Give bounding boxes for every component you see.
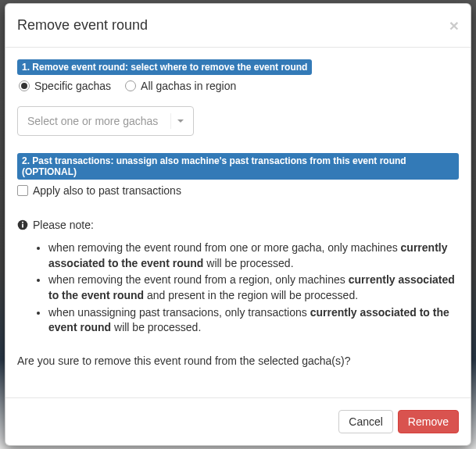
modal-footer: Cancel Remove	[5, 397, 471, 445]
radio-label: All gachas in region	[141, 80, 236, 92]
checkbox-label: Apply also to past transactions	[33, 184, 181, 197]
radio-label: Specific gachas	[34, 80, 111, 92]
remove-target-radiogroup: Specific gachas All gachas in region	[17, 80, 459, 92]
section2-header: 2. Past transactions: unassign also mach…	[17, 153, 459, 180]
apply-past-transactions-checkbox[interactable]: Apply also to past transactions	[17, 184, 459, 197]
radio-all-gachas-region[interactable]: All gachas in region	[125, 80, 236, 92]
note-heading: Please note:	[17, 219, 459, 231]
svg-point-2	[22, 222, 23, 223]
chevron-down-icon	[177, 119, 184, 123]
note-list: when removing the event round from one o…	[17, 241, 459, 336]
radio-icon	[19, 80, 30, 91]
note-item: when unassigning past transacions, only …	[48, 305, 459, 336]
dropdown-placeholder: Select one or more gachas	[27, 115, 158, 127]
checkbox-icon	[17, 185, 28, 196]
remove-button[interactable]: Remove	[398, 410, 459, 433]
modal-body: 1. Remove event round: select where to r…	[5, 48, 471, 397]
close-button[interactable]: ×	[449, 17, 459, 34]
modal-header: Remove event round ×	[5, 4, 471, 48]
modal-title: Remove event round	[17, 16, 148, 35]
remove-event-round-modal: Remove event round × 1. Remove event rou…	[5, 3, 471, 446]
section1-header: 1. Remove event round: select where to r…	[17, 59, 312, 75]
note-item: when removing the event round from a reg…	[48, 273, 459, 303]
gacha-select-dropdown[interactable]: Select one or more gachas	[17, 106, 194, 136]
info-icon	[17, 219, 28, 230]
note-item: when removing the event round from one o…	[48, 241, 459, 271]
note-label: Please note:	[33, 219, 94, 231]
svg-rect-1	[22, 224, 23, 228]
radio-specific-gachas[interactable]: Specific gachas	[19, 80, 111, 92]
radio-icon	[125, 80, 136, 91]
confirm-question: Are you sure to remove this event round …	[17, 355, 459, 367]
cancel-button[interactable]: Cancel	[338, 410, 393, 433]
dropdown-separator	[170, 113, 171, 129]
